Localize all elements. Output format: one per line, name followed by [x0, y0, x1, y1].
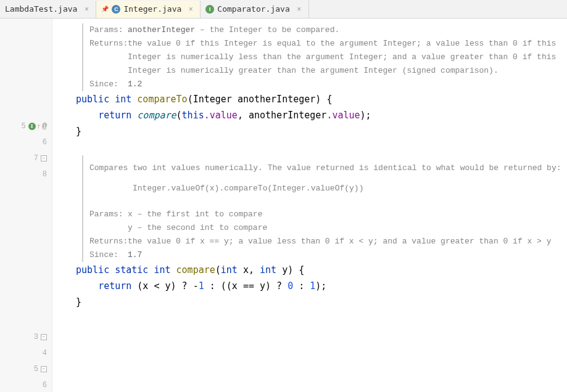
- javadoc-returns-label: Returns:: [89, 235, 128, 248]
- method-body-line: return (x < y) ? -1 : ((x == y) ? 0 : 1)…: [52, 278, 567, 294]
- pin-icon: 📌: [101, 6, 109, 12]
- close-icon[interactable]: ×: [82, 5, 91, 14]
- line-number: 4: [39, 345, 47, 361]
- javadoc-params-content: anotherInteger – the Integer to be compa…: [128, 23, 567, 37]
- javadoc-compareTo: Params: anotherInteger – the Integer to …: [82, 23, 567, 91]
- gutter: 5 I ↑ @ 6 7 − 8 3 − 4 5 − 6: [0, 18, 52, 392]
- method-close: }: [52, 123, 567, 139]
- annotation-icon: @: [42, 118, 47, 134]
- tab-integer[interactable]: 📌 C Integer.java ×: [96, 1, 201, 18]
- javadoc-since-value: 1.7: [128, 248, 567, 262]
- tab-lambdatest[interactable]: LambdaTest.java ×: [0, 1, 96, 18]
- javadoc-compare: Compares two int values numerically. The…: [82, 155, 567, 262]
- close-icon[interactable]: ×: [295, 5, 304, 14]
- method-close: }: [52, 294, 567, 310]
- code-panel[interactable]: Params: anotherInteger – the Integer to …: [52, 18, 567, 392]
- line-number: 5: [31, 361, 38, 377]
- javadoc-params-label: Params:: [89, 23, 128, 37]
- fold-icon[interactable]: −: [41, 334, 47, 340]
- class-icon: C: [112, 5, 120, 14]
- fold-icon[interactable]: −: [41, 155, 47, 161]
- line-number: 6: [39, 377, 47, 392]
- javadoc-since-label: Since:: [89, 78, 128, 91]
- close-icon[interactable]: ×: [186, 5, 195, 14]
- method-signature-compareTo: public int compareTo(Integer anotherInte…: [52, 91, 567, 107]
- tab-label: Comparator.java: [217, 4, 289, 14]
- blank-line: [52, 139, 567, 155]
- method-body-line: return compare(this.value, anotherIntege…: [52, 107, 567, 123]
- javadoc-returns-content: the value 0 if this Integer is equal to …: [128, 37, 567, 78]
- editor-area: 5 I ↑ @ 6 7 − 8 3 − 4 5 − 6 Params: anot…: [0, 18, 567, 392]
- fold-icon[interactable]: −: [41, 366, 47, 372]
- tab-label: Integer.java: [123, 4, 181, 14]
- line-number: 3: [31, 329, 38, 345]
- line-number: 5: [19, 118, 26, 134]
- line-number: 8: [39, 166, 47, 182]
- implements-icon[interactable]: I: [28, 123, 36, 130]
- javadoc-since-label: Since:: [89, 248, 128, 262]
- line-number: 7: [31, 150, 38, 166]
- javadoc-params-label: Params:: [89, 208, 128, 221]
- line-number: 6: [39, 134, 47, 150]
- gutter-row[interactable]: 5 I ↑ @: [0, 118, 52, 134]
- javadoc-returns-label: Returns:: [89, 37, 128, 51]
- javadoc-since-value: 1.2: [128, 78, 567, 91]
- javadoc-param-x: x – the first int to compare: [128, 208, 567, 221]
- override-icon[interactable]: ↑: [37, 118, 41, 134]
- javadoc-example: Integer.valueOf(x).compareTo(Integer.val…: [89, 182, 567, 195]
- tab-label: LambdaTest.java: [5, 4, 77, 14]
- javadoc-param-y: y – the second int to compare: [128, 221, 567, 235]
- interface-icon: I: [205, 5, 214, 14]
- javadoc-summary: Compares two int values numerically. The…: [89, 161, 567, 175]
- method-signature-compare: public static int compare(int x, int y) …: [52, 262, 567, 278]
- editor-tab-bar: LambdaTest.java × 📌 C Integer.java × I C…: [0, 0, 567, 18]
- javadoc-returns-content: the value 0 if x == y; a value less than…: [128, 235, 567, 248]
- tab-comparator[interactable]: I Comparator.java ×: [201, 1, 308, 18]
